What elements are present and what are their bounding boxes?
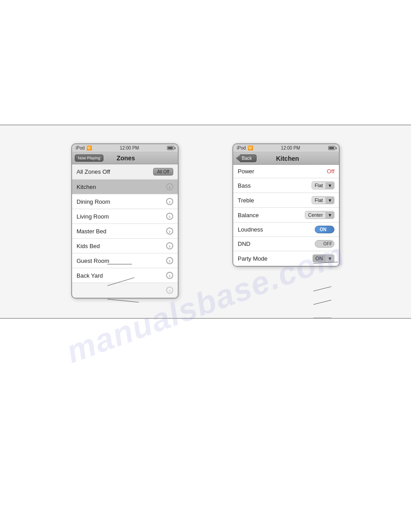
kitchen-phone: iPod 🛜 12:00 PM Back Kitchen Power Off B… xyxy=(232,143,340,267)
all-zones-item[interactable]: All Zones Off All Off xyxy=(72,164,178,180)
bass-select[interactable]: Flat ▼ xyxy=(312,181,334,189)
right-wifi-icon: 🛜 xyxy=(248,146,253,150)
kitchen-chevron-icon xyxy=(166,183,173,190)
guest-room-item[interactable]: Guest Room xyxy=(72,253,178,268)
left-wifi-icon: 🛜 xyxy=(86,146,92,150)
party-mode-row[interactable]: Party Mode ON ▼ xyxy=(233,251,339,266)
right-nav-title: Kitchen xyxy=(257,155,318,162)
bass-select-value: Flat xyxy=(312,182,325,189)
balance-label: Balance xyxy=(238,212,259,219)
balance-row[interactable]: Balance Center ▼ xyxy=(233,208,339,223)
living-room-item[interactable]: Living Room xyxy=(72,209,178,224)
now-playing-button[interactable]: Now Playing xyxy=(75,154,103,162)
loudness-row[interactable]: Loudness ON xyxy=(233,223,339,237)
left-nav-title: Zones xyxy=(103,154,148,162)
bass-label: Bass xyxy=(238,182,251,189)
party-mode-label: Party Mode xyxy=(238,255,267,262)
last-item-chevron-icon xyxy=(166,287,173,294)
loudness-toggle[interactable]: ON xyxy=(315,226,334,233)
back-yard-chevron-icon xyxy=(166,272,173,279)
balance-select-value: Center xyxy=(305,211,325,219)
dnd-toggle[interactable]: OFF xyxy=(315,240,334,248)
left-nav-bar: Now Playing Zones xyxy=(72,152,178,164)
kitchen-detail-list: Power Off Bass Flat ▼ Treble Flat ▼ xyxy=(233,165,339,266)
kitchen-label: Kitchen xyxy=(77,184,96,190)
right-status-bar: iPod 🛜 12:00 PM xyxy=(233,144,339,152)
party-mode-select[interactable]: ON ▼ xyxy=(313,254,334,262)
zones-phone: iPod 🛜 12:00 PM Now Playing Zones All Zo… xyxy=(71,143,179,299)
right-status-ipod: iPod xyxy=(237,146,246,150)
dining-room-label: Dining Room xyxy=(77,198,110,205)
loudness-label: Loudness xyxy=(238,226,263,233)
bass-select-arrow-icon: ▼ xyxy=(325,182,334,189)
party-mode-select-arrow-icon: ▼ xyxy=(325,255,334,262)
all-off-button[interactable]: All Off xyxy=(153,168,173,176)
guest-room-label: Guest Room xyxy=(77,257,109,264)
treble-select-arrow-icon: ▼ xyxy=(325,197,334,204)
balance-select-arrow-icon: ▼ xyxy=(325,212,334,219)
power-label: Power xyxy=(238,168,254,175)
right-battery-icon xyxy=(328,146,335,150)
right-nav-bar: Back Kitchen xyxy=(233,152,339,165)
back-yard-label: Back Yard xyxy=(77,272,103,279)
kids-bed-label: Kids Bed xyxy=(77,243,100,249)
all-zones-label: All Zones Off xyxy=(77,168,110,175)
main-area: manualsbase.com iPod 🛜 12:00 PM Now Play… xyxy=(0,125,411,318)
treble-label: Treble xyxy=(238,197,254,204)
guest-room-chevron-icon xyxy=(166,257,173,264)
master-bed-label: Master Bed xyxy=(77,228,106,235)
kids-bed-chevron-icon xyxy=(166,242,173,249)
kitchen-item[interactable]: Kitchen xyxy=(72,180,178,194)
bass-row[interactable]: Bass Flat ▼ xyxy=(233,178,339,193)
left-battery-icon xyxy=(167,146,174,150)
living-room-label: Living Room xyxy=(77,213,109,220)
left-status-time: 12:00 PM xyxy=(120,146,139,150)
dining-room-chevron-icon xyxy=(166,198,173,205)
master-bed-item[interactable]: Master Bed xyxy=(72,224,178,239)
treble-select-value: Flat xyxy=(312,197,325,204)
master-bed-chevron-icon xyxy=(166,227,173,235)
balance-select[interactable]: Center ▼ xyxy=(305,211,334,219)
party-mode-select-value: ON xyxy=(313,255,326,262)
treble-row[interactable]: Treble Flat ▼ xyxy=(233,193,339,208)
last-item[interactable] xyxy=(72,283,178,298)
living-room-chevron-icon xyxy=(166,213,173,220)
power-row[interactable]: Power Off xyxy=(233,165,339,178)
dnd-label: DND xyxy=(238,240,250,247)
power-value: Off xyxy=(327,168,334,175)
treble-select[interactable]: Flat ▼ xyxy=(312,196,334,204)
dining-room-item[interactable]: Dining Room xyxy=(72,194,178,209)
left-status-ipod: iPod xyxy=(76,146,85,150)
right-status-time: 12:00 PM xyxy=(281,146,300,150)
back-button[interactable]: Back xyxy=(236,154,257,162)
dnd-row[interactable]: DND OFF xyxy=(233,237,339,251)
back-yard-item[interactable]: Back Yard xyxy=(72,268,178,283)
zones-list: All Zones Off All Off Kitchen Dining Roo… xyxy=(72,164,178,298)
left-status-bar: iPod 🛜 12:00 PM xyxy=(72,144,178,152)
kids-bed-item[interactable]: Kids Bed xyxy=(72,239,178,253)
